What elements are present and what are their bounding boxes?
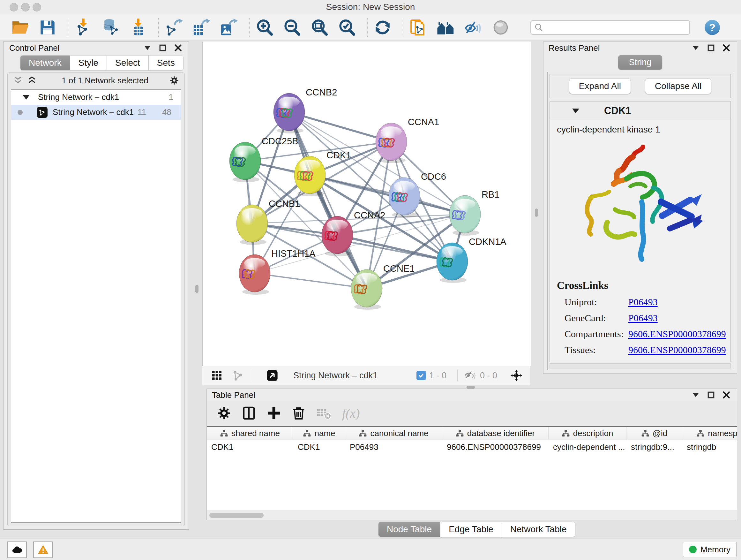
tab-network[interactable]: Network (20, 55, 70, 71)
table-cell[interactable]: CDK1 (207, 442, 293, 452)
cloud-status-button[interactable] (7, 542, 27, 558)
node-HIST1H1A[interactable]: HIST1H1A (239, 248, 316, 295)
float-panel-button[interactable] (158, 43, 167, 53)
table-options-gear-icon[interactable] (216, 406, 232, 421)
table-cell[interactable]: 9606.ENSP00000378699 (442, 442, 549, 452)
toolbar-separator (367, 18, 367, 37)
collapse-all-icon[interactable] (13, 75, 23, 85)
zoom-fit-button[interactable] (310, 18, 329, 37)
export-image-button[interactable] (219, 18, 238, 37)
table-cell[interactable]: CDK1 (293, 442, 345, 452)
save-session-button[interactable] (38, 18, 57, 37)
network-overview-icon[interactable] (232, 369, 245, 382)
column-header-description[interactable]: description (549, 427, 626, 440)
graphics-details-button[interactable] (464, 18, 482, 37)
selected-indicator-checkbox[interactable] (416, 371, 426, 380)
svg-text:?: ? (709, 22, 716, 34)
expand-all-button[interactable]: Expand All (569, 78, 631, 94)
table-cell[interactable]: stringdb (682, 442, 737, 452)
network-from-clipboard-button[interactable] (409, 18, 428, 37)
search-input[interactable] (530, 20, 690, 35)
network-canvas[interactable]: CCNB2CCNA1CDC25BCDK1CDC6RB1CCNB1CCNA2CDK… (202, 42, 531, 366)
crosslink-link[interactable]: 9606.ENSP00000378699 (628, 328, 726, 339)
grid-view-icon[interactable] (211, 369, 223, 382)
table-row[interactable]: CDK1CDK1P064939606.ENSP00000378699cyclin… (207, 440, 737, 454)
float-panel-button[interactable] (706, 43, 716, 53)
edge-HIST1H1A-CCNE1[interactable] (255, 273, 367, 288)
show-columns-icon[interactable] (241, 406, 257, 421)
zoom-in-button[interactable] (255, 18, 274, 37)
level-of-detail-button[interactable] (491, 18, 510, 37)
collection-expander-icon[interactable] (23, 95, 30, 100)
column-header-database-identifier[interactable]: database identifier (442, 427, 549, 440)
node-CDKN1A[interactable]: CDKN1A (436, 237, 507, 283)
memory-button[interactable]: Memory (683, 542, 737, 557)
crosslink-link[interactable]: P06493 (628, 297, 658, 307)
table-cell[interactable]: cyclin-dependent ... (549, 442, 626, 452)
table-cell[interactable]: stringdb:9... (626, 442, 682, 452)
open-session-button[interactable] (11, 18, 29, 37)
crosslink-link[interactable]: P06493 (628, 361, 658, 362)
column-header-canonical-name[interactable]: canonical name (345, 427, 442, 440)
table-horizontal-scrollbar[interactable] (207, 510, 737, 520)
vertical-splitter-handle[interactable] (535, 208, 538, 217)
column-header--id[interactable]: @id (626, 427, 682, 440)
import-table-file-button[interactable] (129, 18, 147, 37)
panel-menu-button[interactable] (143, 43, 152, 53)
panel-menu-button[interactable] (691, 43, 700, 53)
fit-content-crosshair-icon[interactable] (510, 369, 523, 382)
tab-network-table[interactable]: Network Table (502, 522, 576, 537)
table-cell[interactable]: P06493 (345, 442, 442, 452)
export-network-button[interactable] (165, 18, 183, 37)
zoom-selected-button[interactable] (338, 18, 356, 37)
node-RB1[interactable]: RB1 (449, 189, 499, 236)
tab-string[interactable]: String (618, 55, 663, 70)
crosslink-link[interactable]: P06493 (628, 313, 658, 323)
node-CDC6[interactable]: CDC6 (389, 172, 446, 218)
expand-all-icon[interactable] (27, 75, 37, 85)
warnings-button[interactable] (33, 542, 53, 558)
collapse-all-button[interactable]: Collapse All (645, 78, 711, 94)
crosslink-link[interactable]: 9606.ENSP00000378699 (628, 345, 726, 355)
network-collection-row[interactable]: String Network – cdk1 1 (11, 90, 181, 105)
node-CCNA1[interactable]: CCNA1 (376, 117, 439, 163)
help-button[interactable]: ? (704, 19, 721, 36)
close-panel-button[interactable] (173, 43, 183, 53)
zoom-out-button[interactable] (283, 18, 301, 37)
section-expander-icon[interactable] (572, 109, 579, 113)
close-panel-button[interactable] (722, 43, 731, 53)
panel-menu-button[interactable] (691, 390, 700, 400)
delete-column-trash-icon[interactable] (291, 406, 307, 421)
node-CCNE1[interactable]: CCNE1 (351, 263, 414, 310)
refresh-view-button[interactable] (374, 18, 392, 37)
tab-sets[interactable]: Sets (149, 55, 184, 71)
close-panel-button[interactable] (722, 390, 731, 400)
network-options-gear-icon[interactable] (169, 75, 179, 85)
hidden-items-eye-icon[interactable] (464, 369, 477, 382)
column-header-shared-name[interactable]: shared name (207, 427, 293, 440)
column-header-namespace[interactable]: namespace (682, 427, 737, 440)
tab-select[interactable]: Select (107, 55, 149, 71)
tab-edge-table[interactable]: Edge Table (441, 522, 502, 537)
import-network-file-button[interactable] (74, 18, 92, 37)
string-network-graph[interactable]: CCNB2CCNA1CDC25BCDK1CDC6RB1CCNB1CCNA2CDK… (203, 42, 531, 366)
scrollbar-thumb[interactable] (209, 513, 264, 518)
results-scrollbar[interactable] (549, 363, 731, 368)
column-header-name[interactable]: name (293, 427, 345, 440)
node-label-CCNB2: CCNB2 (306, 87, 337, 98)
float-panel-button[interactable] (706, 390, 716, 400)
tab-style[interactable]: Style (70, 55, 107, 71)
horizontal-splitter-handle[interactable] (467, 386, 475, 389)
edge-CCNB2-CCNE1[interactable] (289, 112, 367, 288)
toolbar-separator (403, 18, 403, 37)
string-home-button[interactable] (436, 18, 455, 37)
tab-node-table[interactable]: Node Table (378, 522, 441, 537)
gene-section-header[interactable]: CDK1 (550, 102, 731, 120)
birds-eye-view-icon[interactable] (266, 369, 279, 382)
network-from-clipboard-icon (409, 18, 428, 37)
add-column-icon[interactable] (266, 406, 281, 421)
export-table-button[interactable] (192, 18, 211, 37)
import-network-database-button[interactable] (102, 18, 120, 37)
network-row[interactable]: String Network – cdk1 11 48 (11, 105, 181, 120)
vertical-splitter-handle[interactable] (195, 285, 199, 293)
